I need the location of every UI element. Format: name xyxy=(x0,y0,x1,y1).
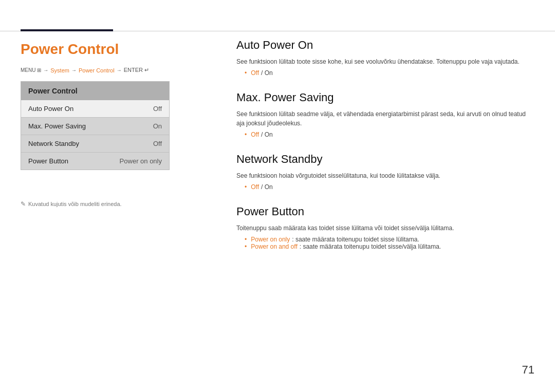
menu-item-label: Auto Power On xyxy=(28,105,73,113)
menu-item-value: Off xyxy=(153,105,162,113)
section-desc-auto-power-on: See funktsioon lülitab toote sisse kohe,… xyxy=(236,57,534,66)
section-option-auto-power-on: Off / On xyxy=(245,69,534,77)
section-option-power-on-and-off: Power on and off: saate määrata toitenup… xyxy=(245,243,534,250)
note-text: Kuvatud kujutis võib mudeliti erineda. xyxy=(28,201,122,207)
menu-item-label: Max. Power Saving xyxy=(28,122,86,130)
note-icon: ✎ xyxy=(21,200,26,208)
breadcrumb-system[interactable]: System xyxy=(50,67,69,73)
section-max-power-saving: Max. Power Saving See funktsioon lülitab… xyxy=(236,91,534,138)
option-separator: / On xyxy=(261,69,273,77)
menu-item-network-standby[interactable]: Network Standby Off xyxy=(21,135,169,153)
section-auto-power-on: Auto Power On See funktsioon lülitab too… xyxy=(236,39,534,77)
option-power-on-and-off: Power on and off xyxy=(251,243,298,250)
option-separator-2: / On xyxy=(261,131,273,138)
menu-panel: Power Control Auto Power On Off Max. Pow… xyxy=(21,81,170,170)
section-title-network-standby: Network Standby xyxy=(236,153,534,166)
option-off: Off xyxy=(251,69,259,77)
page-title: Power Control xyxy=(21,41,119,58)
section-title-max-power-saving: Max. Power Saving xyxy=(236,91,534,104)
menu-item-label: Network Standby xyxy=(28,140,79,147)
breadcrumb-enter: ENTER ↵ xyxy=(124,67,149,73)
top-accent-line xyxy=(21,29,113,31)
section-desc-power-button: Toitenuppu saab määrata kas toidet sisse… xyxy=(236,223,534,233)
menu-item-value: Power on only xyxy=(120,157,162,165)
section-option-max-power-saving: Off / On xyxy=(245,131,534,138)
option-separator-3: / On xyxy=(261,183,273,191)
option-power-on-and-off-text: : saate määrata toitenupu toidet sisse/v… xyxy=(300,243,441,250)
menu-item-label: Power Button xyxy=(28,157,68,165)
section-option-network-standby: Off / On xyxy=(245,183,534,191)
arrow-icon-3: → xyxy=(117,67,122,73)
arrow-icon-1: → xyxy=(43,67,48,73)
page-number: 71 xyxy=(522,363,534,377)
menu-item-value: On xyxy=(153,122,162,130)
option-power-on-only: Power on only xyxy=(251,236,290,243)
menu-panel-title: Power Control xyxy=(21,82,169,100)
menu-item-power-button[interactable]: Power Button Power on only xyxy=(21,153,169,170)
arrow-icon-2: → xyxy=(71,67,77,73)
section-option-power-on-only: Power on only: saate määrata toitenupu t… xyxy=(245,236,534,243)
menu-item-auto-power-on[interactable]: Auto Power On Off xyxy=(21,100,169,118)
breadcrumb: MENU ⊞ → System → Power Control → ENTER … xyxy=(21,67,149,73)
menu-item-value: Off xyxy=(153,140,162,147)
section-desc-network-standby: See funktsioon hoiab võrgutoidet sisselü… xyxy=(236,171,534,180)
section-title-power-button: Power Button xyxy=(236,205,534,218)
section-network-standby: Network Standby See funktsioon hoiab võr… xyxy=(236,153,534,191)
menu-icon: MENU ⊞ xyxy=(21,67,41,73)
content-area: Auto Power On See funktsioon lülitab too… xyxy=(236,39,534,265)
section-title-auto-power-on: Auto Power On xyxy=(236,39,534,52)
option-off-2: Off xyxy=(251,131,259,138)
breadcrumb-power-control[interactable]: Power Control xyxy=(79,67,115,73)
note: ✎ Kuvatud kujutis võib mudeliti erineda. xyxy=(21,200,122,208)
section-power-button: Power Button Toitenuppu saab määrata kas… xyxy=(236,205,534,250)
option-power-on-only-text: : saate määrata toitenupu toidet sisse l… xyxy=(292,236,419,243)
menu-item-max-power-saving[interactable]: Max. Power Saving On xyxy=(21,118,169,135)
section-desc-max-power-saving: See funktsioon lülitab seadme välja, et … xyxy=(236,109,534,128)
option-off-3: Off xyxy=(251,183,259,191)
